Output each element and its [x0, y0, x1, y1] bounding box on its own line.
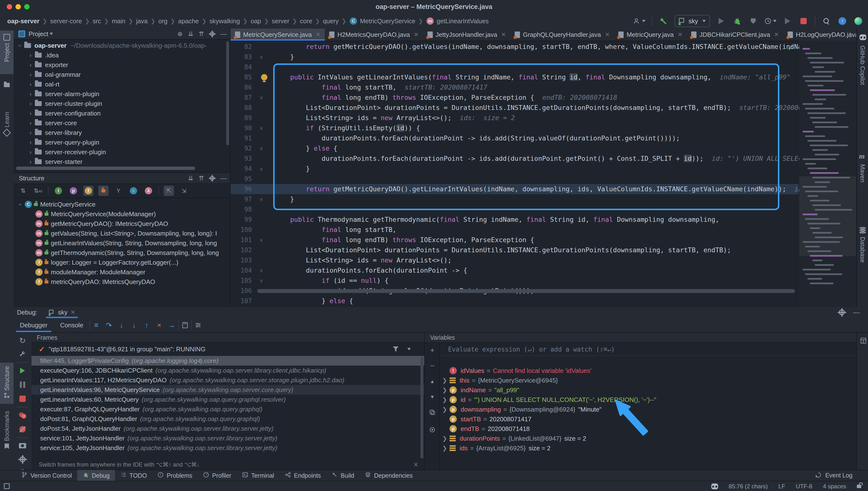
frame-row[interactable]: doPost:54, JettyJsonHandler(org.apache.s… [31, 424, 424, 433]
structure-member[interactable]: fmoduleManager: ModuleManager [13, 267, 231, 277]
profiler-button[interactable] [764, 16, 777, 26]
sidebar-item-learn[interactable]: Learn [0, 109, 13, 147]
line-number[interactable]: 83 [231, 52, 252, 62]
hide-panel-icon[interactable]: — [221, 175, 227, 182]
tree-row-folder[interactable]: ›server-cluster-plugin [13, 99, 231, 109]
show-lambdas-icon[interactable]: ○ [128, 186, 139, 196]
chevron-right-icon[interactable]: › [28, 129, 33, 137]
update-icon[interactable]: ↑ [838, 16, 847, 26]
show-non-public-icon[interactable] [98, 186, 109, 196]
sidebar-item-copilot[interactable]: GitHub Copilot [859, 46, 866, 85]
code-line[interactable]: } [274, 164, 310, 174]
expand-all-icon[interactable]: ⇊ [188, 30, 193, 38]
show-inherited-icon[interactable]: I [53, 186, 63, 196]
force-step-into-icon[interactable]: ↓ [128, 320, 141, 331]
users-icon[interactable] [633, 16, 645, 26]
chevron-right-icon[interactable]: › [28, 139, 33, 146]
chevron-down-icon[interactable]: › [17, 201, 24, 207]
inspections-ok-icon[interactable]: ✓ [788, 44, 794, 52]
gear-icon[interactable] [210, 31, 214, 36]
add-watch-icon[interactable]: + [428, 346, 436, 354]
tab-debugger[interactable]: Debugger [13, 318, 54, 332]
frame-row[interactable]: service:105, JettyJsonHandler(org.apache… [31, 443, 424, 453]
chevron-down-icon[interactable] [50, 33, 53, 35]
tool-window-switcher-icon[interactable] [4, 483, 10, 489]
wrench-icon[interactable] [17, 349, 28, 360]
gear-icon[interactable] [210, 176, 214, 180]
step-over-icon[interactable]: ↷ [103, 320, 115, 331]
pause-icon[interactable] [17, 379, 28, 390]
sort-by-visibility-icon[interactable]: ⇅ [18, 186, 28, 196]
vertical-scrollbar[interactable] [226, 41, 229, 145]
variable-row-ids[interactable]: ❯ids={ArrayList@6925}size = 2 [440, 443, 857, 453]
view-breakpoints-icon[interactable] [17, 410, 28, 421]
resume-icon[interactable] [17, 365, 28, 376]
code-line[interactable]: List<DurationPoint> durationPoints = Dur… [274, 245, 731, 255]
variable-row-durationPoints[interactable]: ❯durationPoints={LinkedList@6947}size = … [440, 434, 857, 443]
close-icon[interactable]: ✕ [774, 31, 779, 38]
chevron-right-icon[interactable]: › [28, 90, 33, 98]
line-number[interactable]: 86 [231, 82, 252, 92]
breadcrumb-method[interactable]: getLinearIntValues [437, 18, 489, 25]
code-line[interactable]: durationPoints.forEach(durationPoint -> … [274, 265, 467, 276]
tree-row-folder[interactable]: ›server-receiver-plugin [13, 147, 231, 157]
restore-layout-icon[interactable] [858, 335, 868, 346]
breadcrumb-item[interactable]: skywalking [209, 18, 240, 25]
hide-panel-icon[interactable]: — [221, 30, 227, 38]
github-copilot-icon[interactable] [860, 34, 866, 40]
tree-row-project-root[interactable]: ›oap-server~/Downloads/apache-skywalking… [13, 41, 231, 50]
code-line[interactable]: } else { [274, 143, 337, 153]
frame-row[interactable]: service:101, JettyJsonHandler(org.apache… [31, 433, 424, 443]
line-number[interactable]: 98 [231, 204, 252, 214]
breadcrumb-item[interactable]: main [112, 18, 125, 25]
step-into-icon[interactable]: ↓ [115, 320, 128, 331]
chevron-down-icon[interactable]: ⌄ [834, 31, 839, 38]
breadcrumb-item[interactable]: server [272, 18, 289, 25]
variable-row-downsampling[interactable]: ❯pdownsampling={Downsampling@6924}"Minut… [440, 405, 857, 414]
code-line[interactable]: } [274, 194, 294, 204]
line-number[interactable]: 105 [231, 276, 252, 286]
frame-row[interactable]: getLinearIntValues:60, MetricQuery(org.a… [31, 395, 424, 404]
line-number[interactable]: 93 [231, 153, 252, 164]
chevron-right-icon[interactable]: › [28, 148, 33, 156]
fold-marker[interactable]: ∧ [258, 143, 265, 153]
chevron-right-icon[interactable]: ❯ [440, 387, 450, 394]
code-line[interactable]: } [274, 52, 294, 62]
show-anonymous-icon[interactable]: Y [113, 186, 123, 196]
debug-session-tab[interactable]: sky ✕ [46, 307, 78, 318]
line-number[interactable]: 97 [231, 194, 252, 204]
thread-selector[interactable]: ✓ "qtp1818592781-43"@6,921 in group "mai… [31, 343, 424, 355]
fold-marker[interactable]: ∧ [258, 164, 265, 174]
line-number[interactable]: 104 [231, 265, 252, 276]
move-up-icon[interactable]: ▲ [428, 377, 436, 385]
tree-row-folder[interactable]: ›server-configuration [13, 109, 231, 118]
autoscroll-to-source-icon[interactable]: ⇱ [164, 186, 174, 196]
sidebar-item-favorites[interactable] [0, 79, 13, 94]
variable-row-id[interactable]: ❯pid="') UNION ALL SELECT NULL,CONCAT('~… [440, 395, 857, 405]
lambda-icon[interactable]: λ [143, 186, 153, 196]
layout-settings-icon[interactable] [192, 320, 204, 331]
chevron-right-icon[interactable]: › [28, 71, 33, 79]
gear-icon[interactable] [839, 310, 845, 315]
close-icon[interactable]: ✕ [605, 31, 610, 38]
evaluate-expression-icon[interactable] [179, 320, 191, 331]
rerun-icon[interactable]: ↻ [17, 335, 28, 346]
lock-icon[interactable] [857, 485, 861, 488]
tree-row-folder[interactable]: ›server-starter [13, 157, 231, 167]
bottom-bar-item-debug[interactable]: Debug [77, 470, 115, 481]
fold-marker[interactable]: ∨ [258, 276, 265, 286]
frame-row[interactable]: execute:87, GraphQLQueryHandler(org.apac… [31, 404, 424, 414]
line-number[interactable]: 87 [231, 92, 252, 103]
line-number[interactable]: 91 [231, 133, 252, 143]
bottom-bar-item-endpoints[interactable]: Endpoints [280, 470, 326, 481]
bottom-bar-item-terminal[interactable]: Terminal [237, 470, 279, 481]
structure-member[interactable]: mMetricQueryService(ModuleManager) [13, 209, 231, 219]
caret-position[interactable]: 85:76 (2 chars) [729, 483, 768, 490]
hide-panel-icon[interactable]: — [853, 309, 860, 316]
show-fields-icon[interactable]: f [83, 186, 93, 196]
code-line[interactable]: } else { [274, 296, 353, 306]
fold-marker[interactable]: ∨ [258, 265, 265, 276]
build-hammer-icon[interactable] [659, 16, 668, 26]
line-number[interactable]: 92 [231, 143, 252, 153]
line-number[interactable]: 96 [231, 184, 252, 194]
